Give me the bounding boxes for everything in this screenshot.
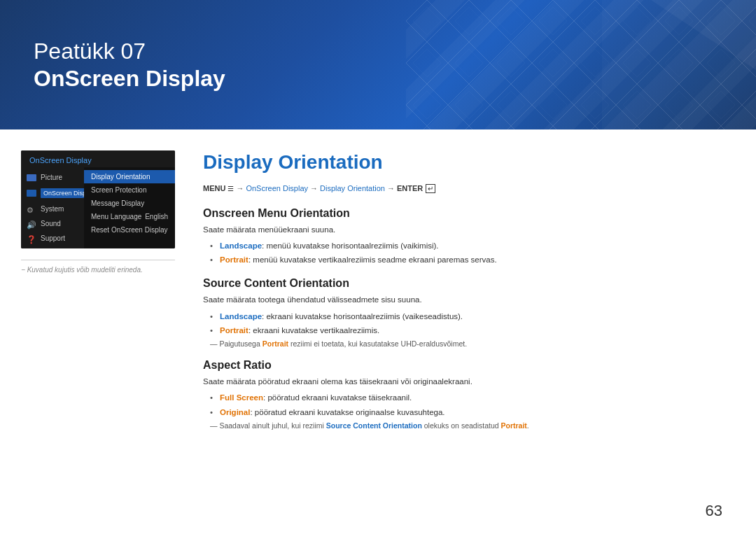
section-heading-2: Source Content Orientation <box>203 277 722 290</box>
source-content-inline: Source Content Orientation <box>326 421 422 430</box>
menu-mockup: OnScreen Display Picture OnScreen Displa… <box>21 150 175 248</box>
breadcrumb: MENU ☰ → OnScreen Display → Display Orie… <box>203 184 722 193</box>
section-2-intro: Saate määrata tootega ühendatud välissea… <box>203 294 722 306</box>
menu-item-system[interactable]: ⚙ System <box>21 202 84 216</box>
header-decoration <box>406 0 756 129</box>
left-panel: OnScreen Display Picture OnScreen Displa… <box>21 150 175 433</box>
sound-icon: 🔊 <box>27 220 36 227</box>
picture-icon <box>27 174 36 181</box>
menu-right-item-screen-protection[interactable]: Screen Protection <box>84 183 175 197</box>
menu-right-item-display-orientation[interactable]: Display Orientation <box>84 170 175 183</box>
bullet-landscape-2: Landscape: ekraani kuvatakse horisontaal… <box>210 311 722 323</box>
header-text-block: Peatükk 07 OnScreen Display <box>34 38 225 92</box>
bullet-fullscreen: Full Screen: pööratud ekraani kuvatakse … <box>210 392 722 404</box>
menu-right-column: Display Orientation Screen Protection Me… <box>84 167 175 248</box>
section-heading-1: Onscreen Menu Orientation <box>203 207 722 220</box>
gear-icon: ⚙ <box>27 206 36 213</box>
portrait-text-2: : ekraani kuvatakse vertikaalreziimis. <box>248 326 379 335</box>
menu-right-item-reset[interactable]: Reset OnScreen Display <box>84 223 175 237</box>
menu-item-support[interactable]: ❓ Support <box>21 231 84 246</box>
section-3-intro: Saate määrata pööratud ekraani olema kas… <box>203 376 722 388</box>
breadcrumb-enter: ENTER <box>397 184 423 192</box>
breadcrumb-display-orientation: Display Orientation <box>320 184 385 192</box>
menu-item-onscreen[interactable]: OnScreen Display <box>21 185 84 202</box>
onscreen-icon <box>27 190 36 197</box>
fullscreen-label: Full Screen <box>220 393 263 402</box>
breadcrumb-arrow-3: → <box>387 184 395 192</box>
section-3-note: Saadaval ainult juhul, kui reziimi Sourc… <box>203 421 722 430</box>
breadcrumb-onscreen: OnScreen Display <box>246 184 308 192</box>
section-heading-main: Display Orientation <box>203 150 722 174</box>
menu-item-sound[interactable]: 🔊 Sound <box>21 216 84 231</box>
image-note: − Kuvatud kujutis võib mudeliti erineda. <box>21 260 175 274</box>
breadcrumb-arrow-2: → <box>310 184 318 192</box>
original-text: : pööratud ekraani kuvatakse originaalse… <box>250 408 444 416</box>
landscape-label-2: Landscape <box>220 312 262 321</box>
bullet-original: Original: pööratud ekraani kuvatakse ori… <box>210 407 722 419</box>
menu-label-sound: Sound <box>41 220 61 227</box>
menu-language-value: English <box>145 213 168 220</box>
section-2-note: Paigutusega Portrait reziimi ei toetata,… <box>203 339 722 348</box>
note-text: Kuvatud kujutis võib mudeliti erineda. <box>27 266 143 274</box>
right-content: Display Orientation MENU ☰ → OnScreen Di… <box>203 150 722 433</box>
fullscreen-text: : pööratud ekraani kuvatakse täisekraani… <box>263 393 412 402</box>
menu-right-item-message-display[interactable]: Message Display <box>84 197 175 210</box>
menu-language-label: Menu Language <box>91 213 141 220</box>
bullet-landscape-1: Landscape: menüü kuvatakse horisontaalre… <box>210 240 722 252</box>
portrait-label-2: Portrait <box>220 326 248 335</box>
section-1-bullets: Landscape: menüü kuvatakse horisontaalre… <box>203 240 722 267</box>
portrait-inline-1: Portrait <box>262 339 288 348</box>
breadcrumb-arrow-1: → <box>236 184 244 192</box>
landscape-text-1: : menüü kuvatakse horisontaalreziimis (v… <box>262 241 438 250</box>
menu-item-picture[interactable]: Picture <box>21 170 84 185</box>
breadcrumb-menu: MENU <box>203 184 225 192</box>
menu-label-picture: Picture <box>41 174 62 181</box>
main-content: OnScreen Display Picture OnScreen Displa… <box>0 129 756 447</box>
portrait-label-1: Portrait <box>220 255 248 264</box>
landscape-text-2: : ekraani kuvatakse horisontaalreziimis … <box>262 312 463 321</box>
portrait-text-1: : menüü kuvatakse vertikaalreziimis sead… <box>248 255 497 264</box>
question-icon: ❓ <box>27 235 36 242</box>
original-label: Original <box>220 408 250 416</box>
page-title: OnScreen Display <box>34 65 225 92</box>
page-header: Peatükk 07 OnScreen Display <box>0 0 756 129</box>
menu-left-column: Picture OnScreen Display ⚙ System 🔊 Soun… <box>21 167 84 248</box>
section-heading-3: Aspect Ratio <box>203 359 722 372</box>
bullet-portrait-2: Portrait: ekraani kuvatakse vertikaalrez… <box>210 325 722 337</box>
section-1-intro: Saate määrata menüüekraani suuna. <box>203 224 722 236</box>
svg-marker-4 <box>602 0 756 129</box>
menu-right-item-menu-language[interactable]: Menu Language English <box>84 210 175 223</box>
menu-label-support: Support <box>41 234 65 242</box>
menu-label-system: System <box>41 205 64 213</box>
menu-items: Picture OnScreen Display ⚙ System 🔊 Soun… <box>21 167 175 248</box>
page-number: 63 <box>706 502 722 520</box>
landscape-label-1: Landscape <box>220 241 262 250</box>
section-3-bullets: Full Screen: pööratud ekraani kuvatakse … <box>203 392 722 419</box>
menu-header-label: OnScreen Display <box>21 150 175 167</box>
note-prefix: − <box>21 266 27 274</box>
breadcrumb-enter-symbol: ↵ <box>426 184 435 193</box>
bullet-portrait-1: Portrait: menüü kuvatakse vertikaalrezii… <box>210 254 722 266</box>
breadcrumb-menu-symbol: ☰ <box>227 185 234 192</box>
section-2-bullets: Landscape: ekraani kuvatakse horisontaal… <box>203 311 722 337</box>
portrait-inline-2: Portrait <box>501 421 527 430</box>
chapter-label: Peatükk 07 <box>34 38 225 64</box>
